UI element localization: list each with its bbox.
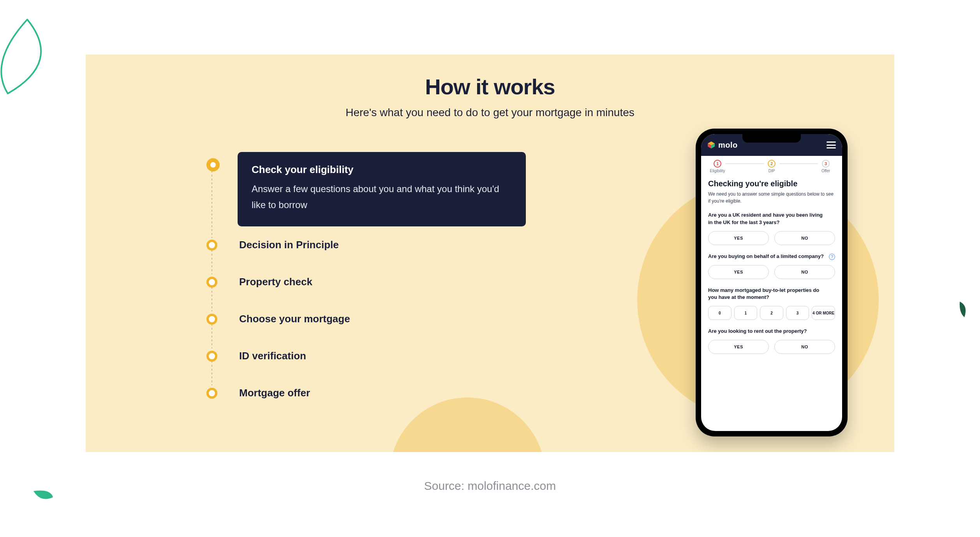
progress-tracker: 1 Eligibility 2 DIP 3 Offer <box>701 156 842 175</box>
menu-icon[interactable] <box>827 141 836 148</box>
source-attribution: Source: molofinance.com <box>0 479 980 493</box>
step-title: ID verification <box>239 349 306 362</box>
page-subtitle: Here's what you need to do to get your m… <box>86 106 894 119</box>
count-option-4plus[interactable]: 4 OR MORE <box>812 306 835 320</box>
step-title: Mortgage offer <box>239 386 310 399</box>
app-body: Checking you're eligible We need you to … <box>701 175 842 431</box>
step-marker-icon <box>206 388 217 399</box>
step-marker-icon <box>206 314 217 325</box>
brand-cube-icon <box>707 141 715 149</box>
answer-yes-button[interactable]: YES <box>708 231 769 245</box>
decorative-triangle-icon <box>0 12 70 97</box>
progress-circle-icon: 1 <box>714 160 721 168</box>
step-marker-icon <box>206 240 217 251</box>
question-limited-company: Are you buying on behalf of a limited co… <box>708 253 835 279</box>
answer-yes-button[interactable]: YES <box>708 265 769 279</box>
step-marker-icon <box>206 158 220 171</box>
step-item-eligibility[interactable]: Check your eligibility Answer a few ques… <box>206 152 530 226</box>
progress-line <box>779 163 818 164</box>
progress-step-eligibility[interactable]: 1 Eligibility <box>706 160 729 173</box>
decorative-circle <box>390 397 545 452</box>
count-option-3[interactable]: 3 <box>786 306 809 320</box>
progress-circle-icon: 2 <box>768 160 776 168</box>
step-marker-icon <box>206 351 217 362</box>
question-uk-resident: Are you a UK resident and have you been … <box>708 212 835 245</box>
step-title: Check your eligibility <box>252 164 512 176</box>
step-title: Decision in Principle <box>239 238 339 251</box>
brand-name: molo <box>718 141 738 150</box>
step-item-choose-mortgage[interactable]: Choose your mortgage <box>206 312 530 325</box>
step-title: Choose your mortgage <box>239 312 350 325</box>
step-description: Answer a few questions about you and wha… <box>252 181 512 213</box>
question-btl-count: How many mortgaged buy-to-let properties… <box>708 287 835 320</box>
phone-notch <box>742 134 801 143</box>
page-title: How it works <box>86 74 894 99</box>
help-icon[interactable]: ? <box>829 254 835 260</box>
progress-label: Offer <box>821 169 830 173</box>
answer-no-button[interactable]: NO <box>774 231 835 245</box>
progress-label: Eligibility <box>710 169 725 173</box>
progress-circle-icon: 3 <box>822 160 830 168</box>
progress-line <box>725 163 764 164</box>
answer-no-button[interactable]: NO <box>774 340 835 354</box>
question-text: Are you a UK resident and have you been … <box>708 212 835 226</box>
step-item-id-verification[interactable]: ID verification <box>206 349 530 362</box>
answer-no-button[interactable]: NO <box>774 265 835 279</box>
count-option-2[interactable]: 2 <box>760 306 783 320</box>
answer-yes-button[interactable]: YES <box>708 340 769 354</box>
how-it-works-card: How it works Here's what you need to do … <box>86 55 894 452</box>
question-text: How many mortgaged buy-to-let properties… <box>708 287 835 302</box>
phone-mockup: molo 1 Eligibility 2 DIP 3 <box>696 129 848 436</box>
question-rent-out: Are you looking to rent out the property… <box>708 328 835 354</box>
decorative-leaf-icon <box>953 300 972 320</box>
progress-step-offer[interactable]: 3 Offer <box>814 160 837 173</box>
question-text: Are you looking to rent out the property… <box>708 328 835 335</box>
step-marker-icon <box>206 277 217 288</box>
step-item-mortgage-offer[interactable]: Mortgage offer <box>206 386 530 399</box>
step-title: Property check <box>239 275 312 288</box>
progress-label: DIP <box>768 169 775 173</box>
question-text: Are you buying on behalf of a limited co… <box>708 253 835 260</box>
step-item-dip[interactable]: Decision in Principle <box>206 238 530 251</box>
brand[interactable]: molo <box>707 141 738 150</box>
step-item-property-check[interactable]: Property check <box>206 275 530 288</box>
steps-timeline: Check your eligibility Answer a few ques… <box>206 152 530 399</box>
progress-step-dip[interactable]: 2 DIP <box>760 160 783 173</box>
step-active-card: Check your eligibility Answer a few ques… <box>238 152 526 226</box>
screen-intro: We need you to answer some simple questi… <box>708 191 835 205</box>
count-option-0[interactable]: 0 <box>708 306 731 320</box>
count-option-1[interactable]: 1 <box>734 306 758 320</box>
screen-heading: Checking you're eligible <box>708 179 835 188</box>
phone-screen: molo 1 Eligibility 2 DIP 3 <box>701 134 842 431</box>
